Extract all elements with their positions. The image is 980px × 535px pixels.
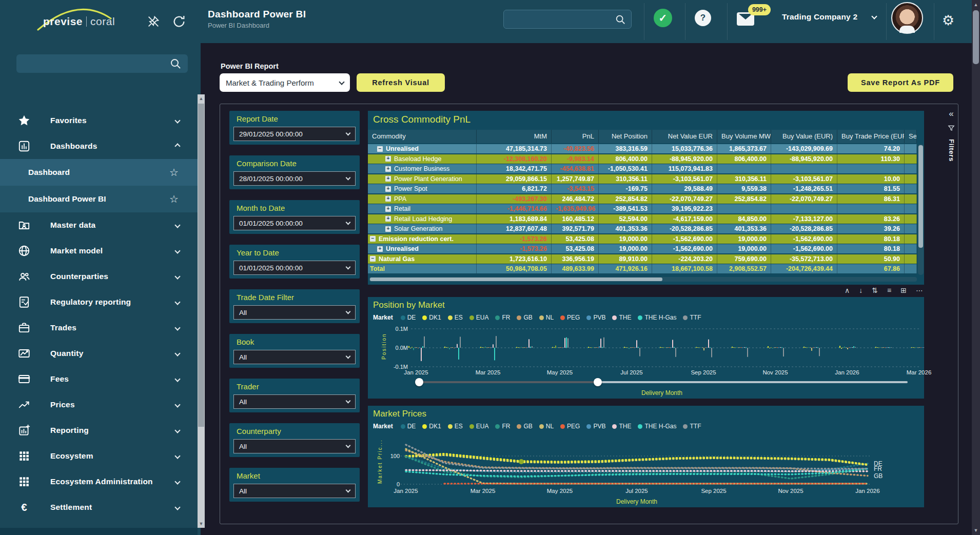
- sidebar-item-counterparties[interactable]: Counterparties: [0, 264, 198, 289]
- table-row[interactable]: +Unrealised-1,573.2653,425.0819,000.00-1…: [368, 244, 917, 253]
- table-row[interactable]: +Solar Generation12,837,607.48392,571.79…: [368, 224, 917, 233]
- collapse-pane-icon[interactable]: «: [949, 110, 953, 117]
- sidebar-item-reporting[interactable]: Reporting: [0, 418, 198, 443]
- collapse-row-icon[interactable]: −: [377, 146, 383, 152]
- table-row[interactable]: +Power Plant Generation29,059,866.151,25…: [368, 174, 917, 184]
- chevron-down-icon[interactable]: [174, 453, 180, 459]
- filter-select[interactable]: All: [233, 394, 356, 409]
- expand-row-icon[interactable]: +: [377, 246, 383, 252]
- chevron-down-icon[interactable]: [174, 504, 180, 510]
- table-row[interactable]: +Customer Business18,342,471.75-454,638.…: [368, 164, 917, 173]
- expand-row-icon[interactable]: +: [385, 216, 391, 222]
- user-avatar[interactable]: [891, 2, 923, 34]
- focus-mode-icon[interactable]: ⊞: [900, 286, 907, 294]
- chevron-down-icon[interactable]: [174, 376, 180, 382]
- table-vertical-scrollbar[interactable]: [918, 144, 924, 275]
- table-row[interactable]: +Power Spot6,821.72-3,543.15-169.7529,58…: [368, 184, 917, 193]
- chevron-down-icon[interactable]: [174, 248, 180, 253]
- app-logo[interactable]: previsecoral: [32, 9, 150, 36]
- chevron-down-icon[interactable]: [174, 325, 180, 330]
- table-row[interactable]: −Natural Gas1,723,616.10336,956.1989,910…: [368, 254, 917, 264]
- column-header[interactable]: Net Position: [599, 130, 652, 143]
- company-selector[interactable]: Trading Company 2: [782, 12, 857, 22]
- expand-row-icon[interactable]: +: [385, 196, 391, 202]
- status-check-icon[interactable]: ✓: [654, 9, 672, 27]
- column-header[interactable]: MtM: [477, 130, 552, 143]
- scroll-up-icon[interactable]: ▲: [198, 96, 205, 101]
- more-options-icon[interactable]: ⋯: [916, 286, 923, 294]
- sidebar-item-prices[interactable]: Prices: [0, 392, 198, 418]
- sidebar-item-market-model[interactable]: Market model: [0, 238, 198, 264]
- expand-row-icon[interactable]: +: [385, 186, 391, 192]
- collapse-row-icon[interactable]: −: [370, 256, 376, 262]
- refresh-icon[interactable]: [172, 14, 186, 29]
- filters-pane-label[interactable]: Filters: [948, 139, 955, 162]
- unpin-sidebar-icon[interactable]: [146, 14, 161, 29]
- sidebar-search-input[interactable]: [23, 60, 169, 68]
- sidebar-item-fees[interactable]: Fees: [0, 366, 198, 392]
- filter-select[interactable]: 01/01/2025 00:00:00: [233, 261, 356, 275]
- sort-icon[interactable]: ⇅: [872, 286, 878, 294]
- table-row[interactable]: +PPA-493,267.30246,484.72252,854.82-22,0…: [368, 194, 917, 204]
- sidebar-item-ecosystem-administration[interactable]: Ecosystem Administration: [0, 469, 198, 494]
- table-hscroll-thumb[interactable]: [370, 278, 662, 281]
- page-scrollbar-thumb[interactable]: [973, 10, 979, 64]
- column-header[interactable]: Buy Value (EUR): [771, 130, 837, 143]
- column-header[interactable]: PnL: [552, 130, 599, 143]
- sidebar-search[interactable]: [16, 54, 188, 73]
- sidebar-item-quantity[interactable]: Quantity: [0, 341, 198, 366]
- position-chart[interactable]: [368, 297, 924, 399]
- global-search-input[interactable]: [509, 15, 615, 24]
- filter-select[interactable]: 01/01/2025 00:00:00: [233, 216, 356, 230]
- filter-select[interactable]: 29/01/2025 00:00:00: [233, 127, 356, 141]
- slider-track[interactable]: [598, 381, 908, 383]
- table-vscroll-thumb[interactable]: [918, 145, 923, 248]
- filter-select[interactable]: All: [233, 439, 356, 453]
- sidebar-item-settlement[interactable]: € Settlement: [0, 494, 198, 520]
- filter-select[interactable]: All: [233, 484, 356, 498]
- column-header[interactable]: Net Value EUR: [652, 130, 717, 143]
- sidebar-item-ecosystem[interactable]: Ecosystem: [0, 443, 198, 469]
- expand-row-icon[interactable]: +: [385, 156, 391, 162]
- sidebar-subitem-dashboard-power-bi[interactable]: Dashboard Power BI ☆: [0, 186, 198, 212]
- table-row[interactable]: Total50,984,708.05489,633.99471,926.1618…: [368, 264, 917, 273]
- chevron-down-icon[interactable]: [174, 402, 180, 407]
- expand-row-icon[interactable]: +: [385, 206, 391, 212]
- column-header[interactable]: Commodity: [368, 130, 477, 143]
- scroll-down-icon[interactable]: ▼: [972, 528, 980, 533]
- sidebar-item-regulatory-reporting[interactable]: Regulatory reporting: [0, 289, 198, 315]
- expand-row-icon[interactable]: +: [385, 176, 391, 182]
- star-outline-icon[interactable]: ☆: [169, 193, 179, 205]
- funnel-icon[interactable]: [948, 125, 955, 132]
- filter-select[interactable]: All: [233, 350, 356, 364]
- scroll-down-icon[interactable]: ▼: [198, 521, 205, 526]
- sidebar-subitem-dashboard[interactable]: Dashboard ☆: [0, 159, 198, 186]
- sidebar-item-dashboards[interactable]: Dashboards: [0, 133, 198, 159]
- chevron-up-icon[interactable]: [174, 143, 180, 149]
- table-horizontal-scrollbar[interactable]: [369, 277, 917, 282]
- save-report-pdf-button[interactable]: Save Report As PDF: [848, 73, 953, 92]
- refresh-visual-button[interactable]: Refresh Visual: [357, 73, 445, 92]
- expand-row-icon[interactable]: +: [385, 166, 391, 172]
- slider-handle-right[interactable]: [594, 378, 602, 386]
- pin-visual-icon[interactable]: ∧: [845, 286, 850, 294]
- arrow-down-icon[interactable]: ↓: [859, 286, 863, 294]
- chevron-down-icon[interactable]: [174, 427, 180, 433]
- sidebar-item-favorites[interactable]: Favorites: [0, 108, 198, 133]
- settings-gear-icon[interactable]: ⚙: [942, 11, 954, 30]
- column-header[interactable]: Se: [905, 130, 917, 143]
- chevron-down-icon[interactable]: [174, 299, 180, 305]
- sidebar-item-master-data[interactable]: Master data: [0, 212, 198, 238]
- collapse-row-icon[interactable]: −: [370, 236, 376, 242]
- slider-track-selected[interactable]: [416, 381, 598, 383]
- chevron-down-icon[interactable]: [174, 117, 180, 123]
- filter-select[interactable]: All: [233, 305, 356, 320]
- filter-lines-icon[interactable]: ≡: [887, 286, 891, 294]
- page-scrollbar[interactable]: ▲ ▼: [972, 0, 980, 535]
- filter-select[interactable]: 28/01/2025 00:00:00: [233, 171, 356, 186]
- star-outline-icon[interactable]: ☆: [169, 166, 179, 179]
- report-select[interactable]: Market & Trading Perform: [220, 73, 350, 92]
- chevron-down-icon[interactable]: [174, 350, 180, 356]
- table-row[interactable]: +Baseload Hedge-12,308,160.20-9,983.1480…: [368, 154, 917, 164]
- chevron-down-icon[interactable]: [174, 479, 180, 484]
